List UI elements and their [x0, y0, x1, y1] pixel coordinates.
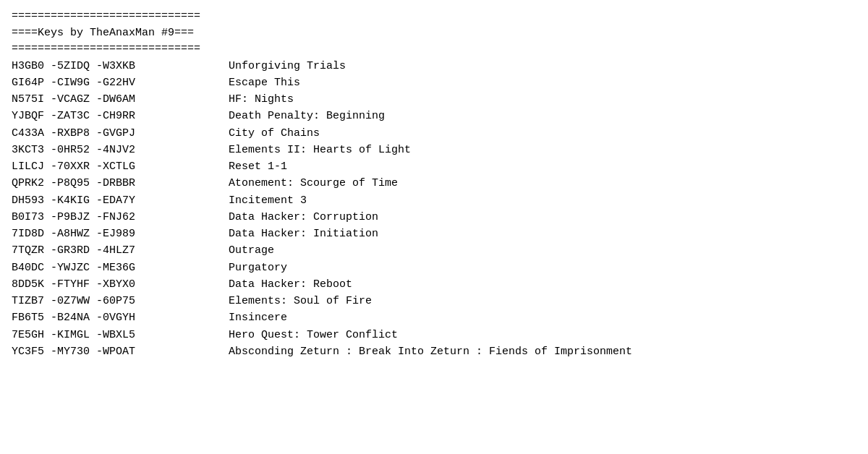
title-cell: Data Hacker: Corruption	[229, 209, 856, 226]
keys-cell: 7ID8D -A8HWZ -EJ989	[12, 226, 229, 242]
table-row: N575I -VCAGZ -DW6AMHF: Nights	[12, 91, 856, 108]
title-cell: Incitement 3	[229, 192, 856, 209]
keys-cell: LILCJ -70XXR -XCTLG	[12, 158, 229, 175]
table-row: C433A -RXBP8 -GVGPJCity of Chains	[12, 125, 856, 142]
table-row: 3KCT3 -0HR52 -4NJV2Elements II: Hearts o…	[12, 142, 856, 158]
keys-cell: YC3F5 -MY730 -WPOAT	[12, 343, 229, 360]
table-row: QPRK2 -P8Q95 -DRBBRAtonement: Scourge of…	[12, 175, 856, 192]
title-cell: Purgatory	[229, 260, 856, 276]
title-cell: Elements: Soul of Fire	[229, 293, 856, 309]
separator-bottom: =============================	[12, 41, 856, 58]
table-row: FB6T5 -B24NA -0VGYHInsincere	[12, 309, 856, 326]
title-cell: Reset 1-1	[229, 158, 856, 175]
keys-cell: FB6T5 -B24NA -0VGYH	[12, 309, 229, 326]
table-row: YJBQF -ZAT3C -CH9RRDeath Penalty: Beginn…	[12, 108, 856, 124]
title-cell: Hero Quest: Tower Conflict	[229, 327, 856, 343]
keys-cell: QPRK2 -P8Q95 -DRBBR	[12, 175, 229, 192]
keys-cell: DH593 -K4KIG -EDA7Y	[12, 192, 229, 209]
keys-cell: N575I -VCAGZ -DW6AM	[12, 91, 229, 108]
title-cell: Death Penalty: Beginning	[229, 108, 856, 124]
keys-cell: 8DD5K -FTYHF -XBYX0	[12, 276, 229, 293]
keys-cell: H3GB0 -5ZIDQ -W3XKB	[12, 58, 229, 74]
table-row: 8DD5K -FTYHF -XBYX0Data Hacker: Reboot	[12, 276, 856, 293]
table-row: 7E5GH -KIMGL -WBXL5Hero Quest: Tower Con…	[12, 327, 856, 343]
table-row: TIZB7 -0Z7WW -60P75Elements: Soul of Fir…	[12, 293, 856, 309]
separator-top: =============================	[12, 9, 856, 25]
keys-cell: 3KCT3 -0HR52 -4NJV2	[12, 142, 229, 158]
title-cell: Atonement: Scourge of Time	[229, 175, 856, 192]
title-cell: City of Chains	[229, 125, 856, 142]
table-row: YC3F5 -MY730 -WPOATAbsconding Zeturn : B…	[12, 343, 856, 360]
keys-cell: GI64P -CIW9G -G22HV	[12, 74, 229, 91]
table-row: 7ID8D -A8HWZ -EJ989Data Hacker: Initiati…	[12, 226, 856, 242]
title-cell: Data Hacker: Reboot	[229, 276, 856, 293]
title-cell: Escape This	[229, 74, 856, 91]
title-cell: Data Hacker: Initiation	[229, 226, 856, 242]
table-row: GI64P -CIW9G -G22HVEscape This	[12, 74, 856, 91]
title-cell: Insincere	[229, 309, 856, 326]
keys-cell: 7TQZR -GR3RD -4HLZ7	[12, 242, 229, 259]
table-row: B40DC -YWJZC -ME36GPurgatory	[12, 260, 856, 276]
title-cell: Outrage	[229, 242, 856, 259]
keys-cell: B40DC -YWJZC -ME36G	[12, 260, 229, 276]
title-cell: HF: Nights	[229, 91, 856, 108]
table-row: 7TQZR -GR3RD -4HLZ7Outrage	[12, 242, 856, 259]
table-row: B0I73 -P9BJZ -FNJ62Data Hacker: Corrupti…	[12, 209, 856, 226]
keys-cell: 7E5GH -KIMGL -WBXL5	[12, 327, 229, 343]
table-row: DH593 -K4KIG -EDA7YIncitement 3	[12, 192, 856, 209]
entries-list: H3GB0 -5ZIDQ -W3XKBUnforgiving TrialsGI6…	[12, 58, 856, 361]
keys-cell: B0I73 -P9BJZ -FNJ62	[12, 209, 229, 226]
table-row: LILCJ -70XXR -XCTLGReset 1-1	[12, 158, 856, 175]
title-line: ====Keys by TheAnaxMan #9===	[12, 25, 856, 42]
keys-cell: YJBQF -ZAT3C -CH9RR	[12, 108, 229, 124]
keys-cell: C433A -RXBP8 -GVGPJ	[12, 125, 229, 142]
table-row: H3GB0 -5ZIDQ -W3XKBUnforgiving Trials	[12, 58, 856, 74]
keys-cell: TIZB7 -0Z7WW -60P75	[12, 293, 229, 309]
page-container: ============================= ====Keys b…	[12, 9, 856, 360]
title-cell: Absconding Zeturn : Break Into Zeturn : …	[229, 343, 856, 360]
title-cell: Elements II: Hearts of Light	[229, 142, 856, 158]
title-cell: Unforgiving Trials	[229, 58, 856, 74]
